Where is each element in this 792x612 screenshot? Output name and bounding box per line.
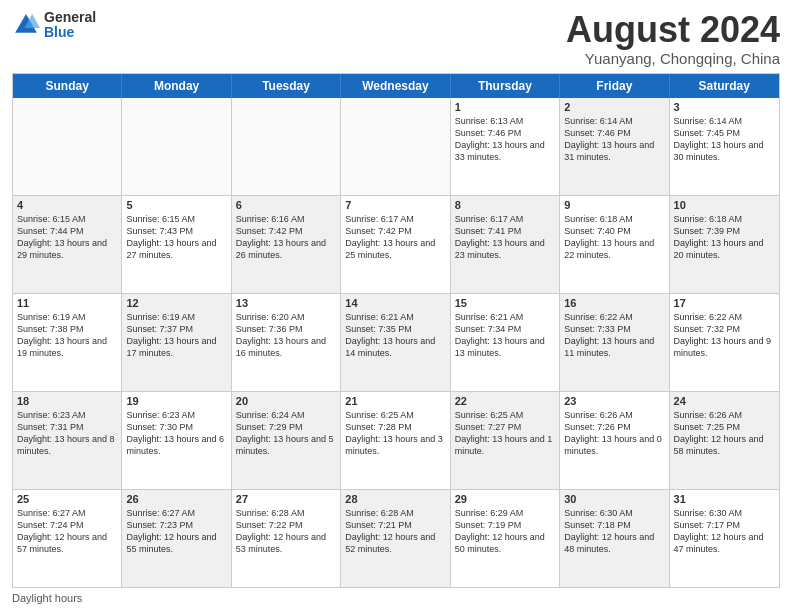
day-number: 7	[345, 199, 445, 211]
day-number: 6	[236, 199, 336, 211]
page-header: General Blue August 2024 Yuanyang, Chong…	[12, 10, 780, 67]
day-info: Sunrise: 6:27 AM Sunset: 7:24 PM Dayligh…	[17, 507, 117, 556]
logo: General Blue	[12, 10, 96, 41]
day-info: Sunrise: 6:21 AM Sunset: 7:35 PM Dayligh…	[345, 311, 445, 360]
day-info: Sunrise: 6:19 AM Sunset: 7:37 PM Dayligh…	[126, 311, 226, 360]
day-cell: 26Sunrise: 6:27 AM Sunset: 7:23 PM Dayli…	[122, 490, 231, 587]
day-cell	[122, 98, 231, 195]
month-title: August 2024	[566, 10, 780, 50]
day-cell: 7Sunrise: 6:17 AM Sunset: 7:42 PM Daylig…	[341, 196, 450, 293]
week-row: 11Sunrise: 6:19 AM Sunset: 7:38 PM Dayli…	[13, 293, 779, 391]
day-number: 8	[455, 199, 555, 211]
day-info: Sunrise: 6:19 AM Sunset: 7:38 PM Dayligh…	[17, 311, 117, 360]
logo-icon	[12, 11, 40, 39]
day-cell: 12Sunrise: 6:19 AM Sunset: 7:37 PM Dayli…	[122, 294, 231, 391]
day-cell: 13Sunrise: 6:20 AM Sunset: 7:36 PM Dayli…	[232, 294, 341, 391]
day-info: Sunrise: 6:18 AM Sunset: 7:40 PM Dayligh…	[564, 213, 664, 262]
day-number: 23	[564, 395, 664, 407]
day-info: Sunrise: 6:14 AM Sunset: 7:45 PM Dayligh…	[674, 115, 775, 164]
day-cell: 28Sunrise: 6:28 AM Sunset: 7:21 PM Dayli…	[341, 490, 450, 587]
day-number: 15	[455, 297, 555, 309]
day-number: 1	[455, 101, 555, 113]
week-row: 4Sunrise: 6:15 AM Sunset: 7:44 PM Daylig…	[13, 195, 779, 293]
day-info: Sunrise: 6:15 AM Sunset: 7:43 PM Dayligh…	[126, 213, 226, 262]
day-number: 19	[126, 395, 226, 407]
day-cell: 17Sunrise: 6:22 AM Sunset: 7:32 PM Dayli…	[670, 294, 779, 391]
day-number: 29	[455, 493, 555, 505]
day-number: 30	[564, 493, 664, 505]
day-number: 25	[17, 493, 117, 505]
logo-general: General	[44, 10, 96, 25]
day-number: 13	[236, 297, 336, 309]
day-cell: 23Sunrise: 6:26 AM Sunset: 7:26 PM Dayli…	[560, 392, 669, 489]
day-cell: 4Sunrise: 6:15 AM Sunset: 7:44 PM Daylig…	[13, 196, 122, 293]
day-number: 9	[564, 199, 664, 211]
day-number: 22	[455, 395, 555, 407]
day-header-monday: Monday	[122, 74, 231, 98]
logo-blue: Blue	[44, 25, 96, 40]
day-info: Sunrise: 6:26 AM Sunset: 7:25 PM Dayligh…	[674, 409, 775, 458]
day-info: Sunrise: 6:17 AM Sunset: 7:42 PM Dayligh…	[345, 213, 445, 262]
page-container: General Blue August 2024 Yuanyang, Chong…	[0, 0, 792, 612]
day-cell: 29Sunrise: 6:29 AM Sunset: 7:19 PM Dayli…	[451, 490, 560, 587]
day-number: 4	[17, 199, 117, 211]
day-info: Sunrise: 6:26 AM Sunset: 7:26 PM Dayligh…	[564, 409, 664, 458]
day-number: 5	[126, 199, 226, 211]
day-header-saturday: Saturday	[670, 74, 779, 98]
day-number: 10	[674, 199, 775, 211]
day-number: 31	[674, 493, 775, 505]
day-number: 27	[236, 493, 336, 505]
calendar-body: 1Sunrise: 6:13 AM Sunset: 7:46 PM Daylig…	[13, 98, 779, 587]
day-cell: 9Sunrise: 6:18 AM Sunset: 7:40 PM Daylig…	[560, 196, 669, 293]
day-cell	[13, 98, 122, 195]
day-info: Sunrise: 6:25 AM Sunset: 7:27 PM Dayligh…	[455, 409, 555, 458]
day-number: 16	[564, 297, 664, 309]
day-info: Sunrise: 6:29 AM Sunset: 7:19 PM Dayligh…	[455, 507, 555, 556]
day-info: Sunrise: 6:15 AM Sunset: 7:44 PM Dayligh…	[17, 213, 117, 262]
day-header-tuesday: Tuesday	[232, 74, 341, 98]
day-cell: 24Sunrise: 6:26 AM Sunset: 7:25 PM Dayli…	[670, 392, 779, 489]
day-info: Sunrise: 6:13 AM Sunset: 7:46 PM Dayligh…	[455, 115, 555, 164]
day-cell: 22Sunrise: 6:25 AM Sunset: 7:27 PM Dayli…	[451, 392, 560, 489]
footer: Daylight hours	[12, 592, 780, 604]
day-number: 12	[126, 297, 226, 309]
day-info: Sunrise: 6:21 AM Sunset: 7:34 PM Dayligh…	[455, 311, 555, 360]
day-cell: 16Sunrise: 6:22 AM Sunset: 7:33 PM Dayli…	[560, 294, 669, 391]
day-cell	[232, 98, 341, 195]
week-row: 18Sunrise: 6:23 AM Sunset: 7:31 PM Dayli…	[13, 391, 779, 489]
day-headers: SundayMondayTuesdayWednesdayThursdayFrid…	[13, 74, 779, 98]
day-info: Sunrise: 6:23 AM Sunset: 7:30 PM Dayligh…	[126, 409, 226, 458]
day-number: 3	[674, 101, 775, 113]
day-cell: 27Sunrise: 6:28 AM Sunset: 7:22 PM Dayli…	[232, 490, 341, 587]
day-cell	[341, 98, 450, 195]
day-info: Sunrise: 6:28 AM Sunset: 7:22 PM Dayligh…	[236, 507, 336, 556]
day-info: Sunrise: 6:25 AM Sunset: 7:28 PM Dayligh…	[345, 409, 445, 458]
day-number: 17	[674, 297, 775, 309]
day-cell: 14Sunrise: 6:21 AM Sunset: 7:35 PM Dayli…	[341, 294, 450, 391]
day-number: 14	[345, 297, 445, 309]
day-cell: 10Sunrise: 6:18 AM Sunset: 7:39 PM Dayli…	[670, 196, 779, 293]
week-row: 1Sunrise: 6:13 AM Sunset: 7:46 PM Daylig…	[13, 98, 779, 195]
day-info: Sunrise: 6:14 AM Sunset: 7:46 PM Dayligh…	[564, 115, 664, 164]
day-info: Sunrise: 6:17 AM Sunset: 7:41 PM Dayligh…	[455, 213, 555, 262]
day-number: 21	[345, 395, 445, 407]
day-cell: 2Sunrise: 6:14 AM Sunset: 7:46 PM Daylig…	[560, 98, 669, 195]
day-cell: 3Sunrise: 6:14 AM Sunset: 7:45 PM Daylig…	[670, 98, 779, 195]
day-number: 2	[564, 101, 664, 113]
day-info: Sunrise: 6:16 AM Sunset: 7:42 PM Dayligh…	[236, 213, 336, 262]
day-cell: 15Sunrise: 6:21 AM Sunset: 7:34 PM Dayli…	[451, 294, 560, 391]
daylight-hours-label: Daylight hours	[12, 592, 82, 604]
day-cell: 25Sunrise: 6:27 AM Sunset: 7:24 PM Dayli…	[13, 490, 122, 587]
day-cell: 1Sunrise: 6:13 AM Sunset: 7:46 PM Daylig…	[451, 98, 560, 195]
day-info: Sunrise: 6:18 AM Sunset: 7:39 PM Dayligh…	[674, 213, 775, 262]
day-info: Sunrise: 6:22 AM Sunset: 7:33 PM Dayligh…	[564, 311, 664, 360]
day-cell: 5Sunrise: 6:15 AM Sunset: 7:43 PM Daylig…	[122, 196, 231, 293]
day-cell: 8Sunrise: 6:17 AM Sunset: 7:41 PM Daylig…	[451, 196, 560, 293]
calendar: SundayMondayTuesdayWednesdayThursdayFrid…	[12, 73, 780, 588]
day-cell: 31Sunrise: 6:30 AM Sunset: 7:17 PM Dayli…	[670, 490, 779, 587]
day-cell: 21Sunrise: 6:25 AM Sunset: 7:28 PM Dayli…	[341, 392, 450, 489]
logo-text: General Blue	[44, 10, 96, 41]
day-info: Sunrise: 6:27 AM Sunset: 7:23 PM Dayligh…	[126, 507, 226, 556]
day-info: Sunrise: 6:22 AM Sunset: 7:32 PM Dayligh…	[674, 311, 775, 360]
day-number: 28	[345, 493, 445, 505]
